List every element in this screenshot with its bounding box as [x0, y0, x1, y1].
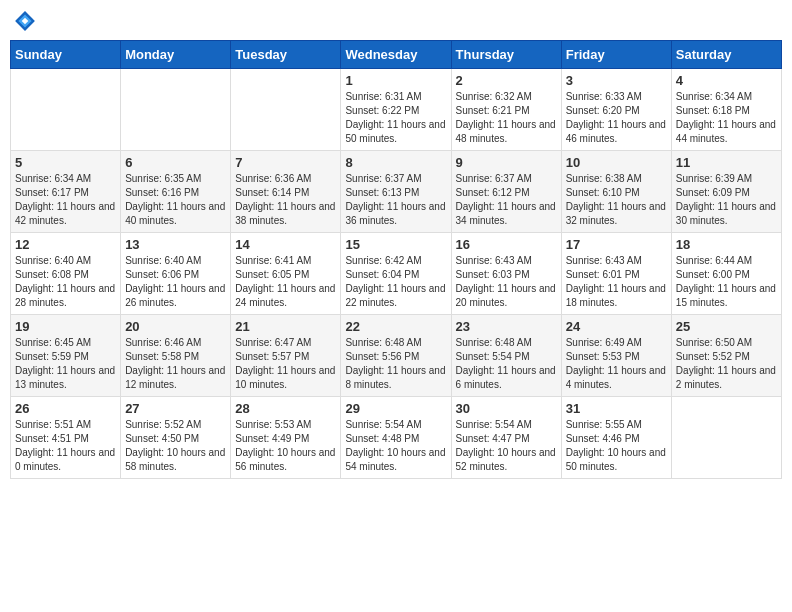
day-number: 29	[345, 401, 446, 416]
day-number: 9	[456, 155, 557, 170]
calendar-cell: 21Sunrise: 6:47 AM Sunset: 5:57 PM Dayli…	[231, 315, 341, 397]
day-number: 27	[125, 401, 226, 416]
day-number: 2	[456, 73, 557, 88]
day-number: 12	[15, 237, 116, 252]
day-info: Sunrise: 6:37 AM Sunset: 6:13 PM Dayligh…	[345, 172, 446, 228]
calendar-cell: 31Sunrise: 5:55 AM Sunset: 4:46 PM Dayli…	[561, 397, 671, 479]
calendar-cell: 7Sunrise: 6:36 AM Sunset: 6:14 PM Daylig…	[231, 151, 341, 233]
day-header-friday: Friday	[561, 41, 671, 69]
day-number: 23	[456, 319, 557, 334]
calendar-cell: 20Sunrise: 6:46 AM Sunset: 5:58 PM Dayli…	[121, 315, 231, 397]
day-info: Sunrise: 6:38 AM Sunset: 6:10 PM Dayligh…	[566, 172, 667, 228]
logo-icon	[14, 10, 36, 32]
day-info: Sunrise: 6:41 AM Sunset: 6:05 PM Dayligh…	[235, 254, 336, 310]
day-number: 13	[125, 237, 226, 252]
calendar-cell: 1Sunrise: 6:31 AM Sunset: 6:22 PM Daylig…	[341, 69, 451, 151]
day-number: 10	[566, 155, 667, 170]
page-header	[10, 10, 782, 32]
day-header-tuesday: Tuesday	[231, 41, 341, 69]
day-info: Sunrise: 6:43 AM Sunset: 6:01 PM Dayligh…	[566, 254, 667, 310]
day-info: Sunrise: 6:45 AM Sunset: 5:59 PM Dayligh…	[15, 336, 116, 392]
calendar-cell: 5Sunrise: 6:34 AM Sunset: 6:17 PM Daylig…	[11, 151, 121, 233]
day-number: 14	[235, 237, 336, 252]
day-number: 18	[676, 237, 777, 252]
calendar-cell: 9Sunrise: 6:37 AM Sunset: 6:12 PM Daylig…	[451, 151, 561, 233]
day-number: 3	[566, 73, 667, 88]
calendar-cell: 13Sunrise: 6:40 AM Sunset: 6:06 PM Dayli…	[121, 233, 231, 315]
calendar-cell: 22Sunrise: 6:48 AM Sunset: 5:56 PM Dayli…	[341, 315, 451, 397]
day-number: 5	[15, 155, 116, 170]
day-number: 6	[125, 155, 226, 170]
day-info: Sunrise: 6:35 AM Sunset: 6:16 PM Dayligh…	[125, 172, 226, 228]
day-info: Sunrise: 6:33 AM Sunset: 6:20 PM Dayligh…	[566, 90, 667, 146]
calendar-cell: 29Sunrise: 5:54 AM Sunset: 4:48 PM Dayli…	[341, 397, 451, 479]
calendar-cell: 18Sunrise: 6:44 AM Sunset: 6:00 PM Dayli…	[671, 233, 781, 315]
calendar-cell: 25Sunrise: 6:50 AM Sunset: 5:52 PM Dayli…	[671, 315, 781, 397]
calendar-cell: 15Sunrise: 6:42 AM Sunset: 6:04 PM Dayli…	[341, 233, 451, 315]
calendar-cell	[121, 69, 231, 151]
calendar-cell: 8Sunrise: 6:37 AM Sunset: 6:13 PM Daylig…	[341, 151, 451, 233]
day-info: Sunrise: 6:48 AM Sunset: 5:54 PM Dayligh…	[456, 336, 557, 392]
day-number: 30	[456, 401, 557, 416]
calendar-header-row: SundayMondayTuesdayWednesdayThursdayFrid…	[11, 41, 782, 69]
day-number: 24	[566, 319, 667, 334]
calendar-cell: 16Sunrise: 6:43 AM Sunset: 6:03 PM Dayli…	[451, 233, 561, 315]
day-info: Sunrise: 6:31 AM Sunset: 6:22 PM Dayligh…	[345, 90, 446, 146]
day-info: Sunrise: 5:55 AM Sunset: 4:46 PM Dayligh…	[566, 418, 667, 474]
calendar-cell: 4Sunrise: 6:34 AM Sunset: 6:18 PM Daylig…	[671, 69, 781, 151]
day-info: Sunrise: 5:53 AM Sunset: 4:49 PM Dayligh…	[235, 418, 336, 474]
day-info: Sunrise: 6:49 AM Sunset: 5:53 PM Dayligh…	[566, 336, 667, 392]
calendar-week-2: 5Sunrise: 6:34 AM Sunset: 6:17 PM Daylig…	[11, 151, 782, 233]
calendar-cell: 23Sunrise: 6:48 AM Sunset: 5:54 PM Dayli…	[451, 315, 561, 397]
calendar-cell: 26Sunrise: 5:51 AM Sunset: 4:51 PM Dayli…	[11, 397, 121, 479]
day-number: 16	[456, 237, 557, 252]
day-header-saturday: Saturday	[671, 41, 781, 69]
day-number: 21	[235, 319, 336, 334]
day-number: 26	[15, 401, 116, 416]
day-info: Sunrise: 6:37 AM Sunset: 6:12 PM Dayligh…	[456, 172, 557, 228]
calendar-week-1: 1Sunrise: 6:31 AM Sunset: 6:22 PM Daylig…	[11, 69, 782, 151]
day-number: 20	[125, 319, 226, 334]
day-info: Sunrise: 6:39 AM Sunset: 6:09 PM Dayligh…	[676, 172, 777, 228]
day-info: Sunrise: 6:36 AM Sunset: 6:14 PM Dayligh…	[235, 172, 336, 228]
day-info: Sunrise: 6:43 AM Sunset: 6:03 PM Dayligh…	[456, 254, 557, 310]
day-info: Sunrise: 6:34 AM Sunset: 6:18 PM Dayligh…	[676, 90, 777, 146]
day-info: Sunrise: 6:46 AM Sunset: 5:58 PM Dayligh…	[125, 336, 226, 392]
day-number: 8	[345, 155, 446, 170]
calendar-cell: 6Sunrise: 6:35 AM Sunset: 6:16 PM Daylig…	[121, 151, 231, 233]
calendar-cell: 17Sunrise: 6:43 AM Sunset: 6:01 PM Dayli…	[561, 233, 671, 315]
day-info: Sunrise: 6:48 AM Sunset: 5:56 PM Dayligh…	[345, 336, 446, 392]
day-info: Sunrise: 6:40 AM Sunset: 6:08 PM Dayligh…	[15, 254, 116, 310]
calendar-cell: 28Sunrise: 5:53 AM Sunset: 4:49 PM Dayli…	[231, 397, 341, 479]
day-header-sunday: Sunday	[11, 41, 121, 69]
calendar-cell: 24Sunrise: 6:49 AM Sunset: 5:53 PM Dayli…	[561, 315, 671, 397]
calendar-week-5: 26Sunrise: 5:51 AM Sunset: 4:51 PM Dayli…	[11, 397, 782, 479]
calendar-table: SundayMondayTuesdayWednesdayThursdayFrid…	[10, 40, 782, 479]
calendar-cell	[11, 69, 121, 151]
day-info: Sunrise: 5:52 AM Sunset: 4:50 PM Dayligh…	[125, 418, 226, 474]
day-info: Sunrise: 6:50 AM Sunset: 5:52 PM Dayligh…	[676, 336, 777, 392]
day-number: 11	[676, 155, 777, 170]
day-info: Sunrise: 6:40 AM Sunset: 6:06 PM Dayligh…	[125, 254, 226, 310]
calendar-cell: 3Sunrise: 6:33 AM Sunset: 6:20 PM Daylig…	[561, 69, 671, 151]
day-header-thursday: Thursday	[451, 41, 561, 69]
day-info: Sunrise: 6:34 AM Sunset: 6:17 PM Dayligh…	[15, 172, 116, 228]
calendar-week-3: 12Sunrise: 6:40 AM Sunset: 6:08 PM Dayli…	[11, 233, 782, 315]
day-info: Sunrise: 5:54 AM Sunset: 4:48 PM Dayligh…	[345, 418, 446, 474]
day-number: 22	[345, 319, 446, 334]
day-info: Sunrise: 5:51 AM Sunset: 4:51 PM Dayligh…	[15, 418, 116, 474]
day-header-wednesday: Wednesday	[341, 41, 451, 69]
day-number: 25	[676, 319, 777, 334]
calendar-cell: 27Sunrise: 5:52 AM Sunset: 4:50 PM Dayli…	[121, 397, 231, 479]
day-number: 19	[15, 319, 116, 334]
calendar-cell: 14Sunrise: 6:41 AM Sunset: 6:05 PM Dayli…	[231, 233, 341, 315]
day-number: 4	[676, 73, 777, 88]
logo	[14, 10, 40, 32]
day-info: Sunrise: 6:47 AM Sunset: 5:57 PM Dayligh…	[235, 336, 336, 392]
day-number: 7	[235, 155, 336, 170]
day-info: Sunrise: 6:44 AM Sunset: 6:00 PM Dayligh…	[676, 254, 777, 310]
calendar-week-4: 19Sunrise: 6:45 AM Sunset: 5:59 PM Dayli…	[11, 315, 782, 397]
calendar-cell	[671, 397, 781, 479]
calendar-cell: 2Sunrise: 6:32 AM Sunset: 6:21 PM Daylig…	[451, 69, 561, 151]
day-info: Sunrise: 6:32 AM Sunset: 6:21 PM Dayligh…	[456, 90, 557, 146]
